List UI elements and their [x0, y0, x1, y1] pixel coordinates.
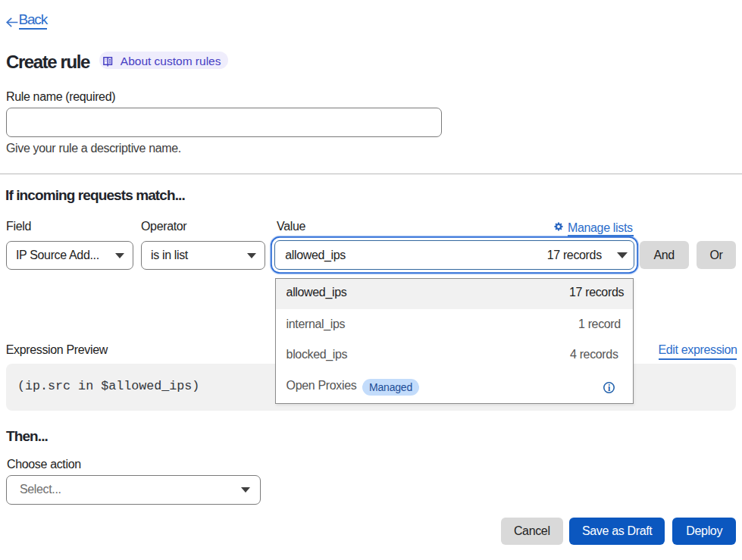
svg-text:i: i — [607, 382, 610, 393]
